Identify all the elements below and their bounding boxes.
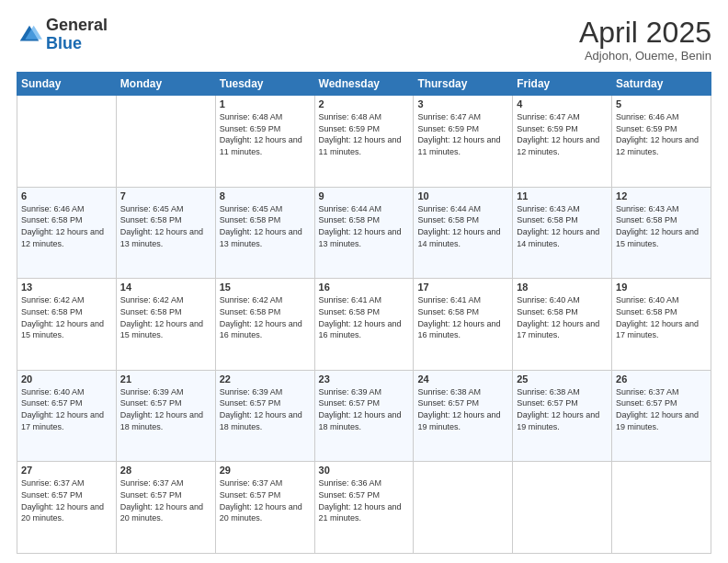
header-friday: Friday <box>513 73 612 96</box>
calendar-cell <box>513 462 612 554</box>
calendar-cell <box>612 462 711 554</box>
day-number: 21 <box>120 373 211 385</box>
day-number: 20 <box>21 373 112 385</box>
week-row-2: 6Sunrise: 6:46 AM Sunset: 6:58 PM Daylig… <box>17 187 711 279</box>
calendar-cell: 22Sunrise: 6:39 AM Sunset: 6:57 PM Dayli… <box>215 370 314 462</box>
day-info: Sunrise: 6:46 AM Sunset: 6:59 PM Dayligh… <box>616 111 707 157</box>
calendar-cell <box>17 96 117 188</box>
calendar-cell: 7Sunrise: 6:45 AM Sunset: 6:58 PM Daylig… <box>116 187 215 279</box>
day-info: Sunrise: 6:46 AM Sunset: 6:58 PM Dayligh… <box>21 203 112 249</box>
calendar-cell: 9Sunrise: 6:44 AM Sunset: 6:58 PM Daylig… <box>314 187 414 279</box>
day-info: Sunrise: 6:40 AM Sunset: 6:57 PM Dayligh… <box>21 386 112 432</box>
day-number: 14 <box>120 282 211 293</box>
calendar-cell: 5Sunrise: 6:46 AM Sunset: 6:59 PM Daylig… <box>612 96 711 188</box>
calendar-cell: 17Sunrise: 6:41 AM Sunset: 6:58 PM Dayli… <box>414 279 513 371</box>
day-number: 5 <box>616 98 707 109</box>
calendar-cell <box>414 462 513 554</box>
day-number: 11 <box>517 190 608 201</box>
week-row-1: 1Sunrise: 6:48 AM Sunset: 6:59 PM Daylig… <box>17 96 711 188</box>
day-info: Sunrise: 6:48 AM Sunset: 6:59 PM Dayligh… <box>319 111 410 157</box>
week-row-5: 27Sunrise: 6:37 AM Sunset: 6:57 PM Dayli… <box>17 462 711 554</box>
calendar-cell: 3Sunrise: 6:47 AM Sunset: 6:59 PM Daylig… <box>414 96 513 188</box>
day-info: Sunrise: 6:48 AM Sunset: 6:59 PM Dayligh… <box>220 111 311 157</box>
day-info: Sunrise: 6:45 AM Sunset: 6:58 PM Dayligh… <box>120 203 211 249</box>
day-info: Sunrise: 6:40 AM Sunset: 6:58 PM Dayligh… <box>616 294 707 340</box>
calendar-cell: 27Sunrise: 6:37 AM Sunset: 6:57 PM Dayli… <box>17 462 117 554</box>
day-number: 27 <box>21 465 112 476</box>
calendar-cell: 23Sunrise: 6:39 AM Sunset: 6:57 PM Dayli… <box>314 370 414 462</box>
header-wednesday: Wednesday <box>314 73 414 96</box>
calendar-cell: 29Sunrise: 6:37 AM Sunset: 6:57 PM Dayli… <box>215 462 314 554</box>
day-number: 29 <box>220 465 311 476</box>
week-row-4: 20Sunrise: 6:40 AM Sunset: 6:57 PM Dayli… <box>17 370 711 462</box>
day-number: 25 <box>517 373 608 385</box>
header-thursday: Thursday <box>414 73 513 96</box>
day-info: Sunrise: 6:36 AM Sunset: 6:57 PM Dayligh… <box>319 477 410 523</box>
calendar-cell: 24Sunrise: 6:38 AM Sunset: 6:57 PM Dayli… <box>414 370 513 462</box>
day-info: Sunrise: 6:37 AM Sunset: 6:57 PM Dayligh… <box>616 386 707 432</box>
day-number: 24 <box>417 373 508 385</box>
day-info: Sunrise: 6:42 AM Sunset: 6:58 PM Dayligh… <box>120 294 211 340</box>
calendar-cell: 20Sunrise: 6:40 AM Sunset: 6:57 PM Dayli… <box>17 370 117 462</box>
header: General Blue April 2025 Adjohon, Oueme, … <box>17 17 711 63</box>
day-info: Sunrise: 6:38 AM Sunset: 6:57 PM Dayligh… <box>417 386 508 432</box>
day-number: 9 <box>319 190 410 201</box>
calendar-cell: 15Sunrise: 6:42 AM Sunset: 6:58 PM Dayli… <box>215 279 314 371</box>
day-info: Sunrise: 6:44 AM Sunset: 6:58 PM Dayligh… <box>417 203 508 249</box>
day-number: 4 <box>517 98 608 109</box>
month-title: April 2025 <box>579 17 711 49</box>
day-number: 22 <box>220 373 311 385</box>
location: Adjohon, Oueme, Benin <box>579 49 711 63</box>
day-info: Sunrise: 6:37 AM Sunset: 6:57 PM Dayligh… <box>220 477 311 523</box>
day-info: Sunrise: 6:39 AM Sunset: 6:57 PM Dayligh… <box>220 386 311 432</box>
calendar-cell: 8Sunrise: 6:45 AM Sunset: 6:58 PM Daylig… <box>215 187 314 279</box>
day-info: Sunrise: 6:40 AM Sunset: 6:58 PM Dayligh… <box>517 294 608 340</box>
calendar-cell: 28Sunrise: 6:37 AM Sunset: 6:57 PM Dayli… <box>116 462 215 554</box>
calendar-cell: 12Sunrise: 6:43 AM Sunset: 6:58 PM Dayli… <box>612 187 711 279</box>
day-number: 3 <box>417 98 508 109</box>
header-saturday: Saturday <box>612 73 711 96</box>
week-row-3: 13Sunrise: 6:42 AM Sunset: 6:58 PM Dayli… <box>17 279 711 371</box>
day-number: 10 <box>417 190 508 201</box>
day-number: 17 <box>417 282 508 293</box>
day-info: Sunrise: 6:37 AM Sunset: 6:57 PM Dayligh… <box>120 477 211 523</box>
calendar-cell: 13Sunrise: 6:42 AM Sunset: 6:58 PM Dayli… <box>17 279 117 371</box>
calendar-cell <box>116 96 215 188</box>
calendar-cell: 18Sunrise: 6:40 AM Sunset: 6:58 PM Dayli… <box>513 279 612 371</box>
calendar-cell: 19Sunrise: 6:40 AM Sunset: 6:58 PM Dayli… <box>612 279 711 371</box>
day-info: Sunrise: 6:37 AM Sunset: 6:57 PM Dayligh… <box>21 477 112 523</box>
calendar-cell: 6Sunrise: 6:46 AM Sunset: 6:58 PM Daylig… <box>17 187 117 279</box>
calendar-cell: 1Sunrise: 6:48 AM Sunset: 6:59 PM Daylig… <box>215 96 314 188</box>
weekday-header-row: Sunday Monday Tuesday Wednesday Thursday… <box>17 73 711 96</box>
calendar-cell: 10Sunrise: 6:44 AM Sunset: 6:58 PM Dayli… <box>414 187 513 279</box>
day-number: 15 <box>220 282 311 293</box>
calendar-cell: 14Sunrise: 6:42 AM Sunset: 6:58 PM Dayli… <box>116 279 215 371</box>
logo: General Blue <box>17 17 108 53</box>
calendar-cell: 25Sunrise: 6:38 AM Sunset: 6:57 PM Dayli… <box>513 370 612 462</box>
day-info: Sunrise: 6:43 AM Sunset: 6:58 PM Dayligh… <box>517 203 608 249</box>
calendar-cell: 4Sunrise: 6:47 AM Sunset: 6:59 PM Daylig… <box>513 96 612 188</box>
day-number: 6 <box>21 190 112 201</box>
logo-blue: Blue <box>46 34 82 52</box>
day-number: 30 <box>319 465 410 476</box>
day-info: Sunrise: 6:47 AM Sunset: 6:59 PM Dayligh… <box>417 111 508 157</box>
logo-icon <box>17 22 42 48</box>
day-number: 19 <box>616 282 707 293</box>
calendar-cell: 11Sunrise: 6:43 AM Sunset: 6:58 PM Dayli… <box>513 187 612 279</box>
header-sunday: Sunday <box>17 73 117 96</box>
day-number: 1 <box>220 98 311 109</box>
day-number: 28 <box>120 465 211 476</box>
day-number: 18 <box>517 282 608 293</box>
day-number: 23 <box>319 373 410 385</box>
day-info: Sunrise: 6:47 AM Sunset: 6:59 PM Dayligh… <box>517 111 608 157</box>
logo-general: General <box>46 16 108 34</box>
logo-text: General Blue <box>46 17 108 53</box>
calendar-cell: 30Sunrise: 6:36 AM Sunset: 6:57 PM Dayli… <box>314 462 414 554</box>
day-number: 26 <box>616 373 707 385</box>
day-info: Sunrise: 6:41 AM Sunset: 6:58 PM Dayligh… <box>417 294 508 340</box>
day-info: Sunrise: 6:39 AM Sunset: 6:57 PM Dayligh… <box>120 386 211 432</box>
day-info: Sunrise: 6:41 AM Sunset: 6:58 PM Dayligh… <box>319 294 410 340</box>
day-number: 2 <box>319 98 410 109</box>
day-number: 7 <box>120 190 211 201</box>
header-tuesday: Tuesday <box>215 73 314 96</box>
